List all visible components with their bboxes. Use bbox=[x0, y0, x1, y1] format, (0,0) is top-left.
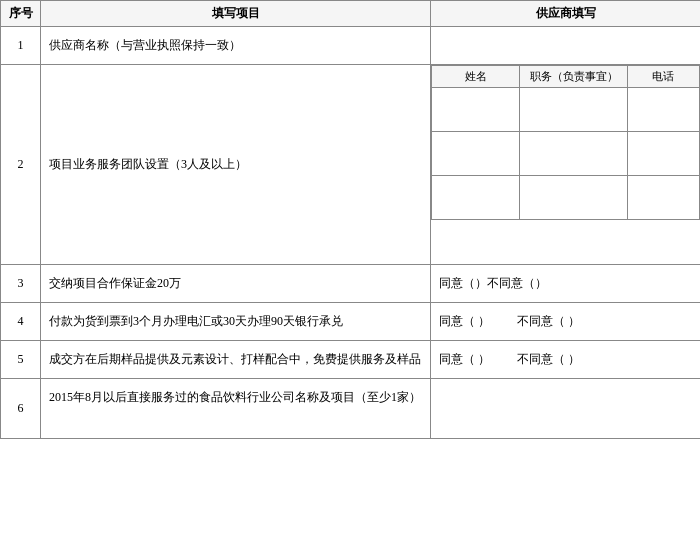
table-row: 6 2015年8月以后直接服务过的食品饮料行业公司名称及项目（至少1家） bbox=[1, 379, 701, 439]
row-6-item: 2015年8月以后直接服务过的食品饮料行业公司名称及项目（至少1家） bbox=[41, 379, 431, 439]
row-4-agree-text: 同意（ ） 不同意（ ） bbox=[439, 314, 580, 328]
row-2-seq: 2 bbox=[1, 65, 41, 265]
inner-cell bbox=[520, 176, 627, 220]
table-row: 3 交纳项目合作保证金20万 同意（）不同意（） bbox=[1, 265, 701, 303]
table-row: 4 付款为货到票到3个月办理电汇或30天办理90天银行承兑 同意（ ） 不同意（… bbox=[1, 303, 701, 341]
row-3-seq: 3 bbox=[1, 265, 41, 303]
row-2-item: 项目业务服务团队设置（3人及以上） bbox=[41, 65, 431, 265]
row-4-supplier: 同意（ ） 不同意（ ） bbox=[431, 303, 701, 341]
inner-data-row bbox=[432, 132, 700, 176]
row-3-item: 交纳项目合作保证金20万 bbox=[41, 265, 431, 303]
row-6-supplier bbox=[431, 379, 701, 439]
inner-data-row bbox=[432, 176, 700, 220]
header-item: 填写项目 bbox=[41, 1, 431, 27]
inner-cell bbox=[520, 88, 627, 132]
row-6-seq: 6 bbox=[1, 379, 41, 439]
inner-cell bbox=[627, 132, 699, 176]
table-header-row: 序号 填写项目 供应商填写 bbox=[1, 1, 701, 27]
inner-header-role: 职务（负责事宜） bbox=[520, 66, 627, 88]
row-1-item: 供应商名称（与营业执照保持一致） bbox=[41, 27, 431, 65]
row-5-item: 成交方在后期样品提供及元素设计、打样配合中，免费提供服务及样品 bbox=[41, 341, 431, 379]
main-table: 序号 填写项目 供应商填写 1 供应商名称（与营业执照保持一致） 2 项目业务服… bbox=[0, 0, 700, 439]
row-2-supplier: 姓名 职务（负责事宜） 电话 bbox=[431, 65, 701, 265]
table-row: 2 项目业务服务团队设置（3人及以上） 姓名 职务（负责事宜） 电话 bbox=[1, 65, 701, 265]
header-supplier: 供应商填写 bbox=[431, 1, 701, 27]
inner-header-name: 姓名 bbox=[432, 66, 520, 88]
inner-data-row bbox=[432, 88, 700, 132]
main-table-container: 序号 填写项目 供应商填写 1 供应商名称（与营业执照保持一致） 2 项目业务服… bbox=[0, 0, 700, 439]
row-1-seq: 1 bbox=[1, 27, 41, 65]
row-3-supplier: 同意（）不同意（） bbox=[431, 265, 701, 303]
inner-cell bbox=[432, 176, 520, 220]
row-1-supplier bbox=[431, 27, 701, 65]
table-row: 1 供应商名称（与营业执照保持一致） bbox=[1, 27, 701, 65]
row-5-supplier: 同意（ ） 不同意（ ） bbox=[431, 341, 701, 379]
inner-cell bbox=[627, 176, 699, 220]
row-4-seq: 4 bbox=[1, 303, 41, 341]
table-row: 5 成交方在后期样品提供及元素设计、打样配合中，免费提供服务及样品 同意（ ） … bbox=[1, 341, 701, 379]
inner-cell bbox=[432, 132, 520, 176]
row-5-seq: 5 bbox=[1, 341, 41, 379]
inner-cell bbox=[627, 88, 699, 132]
inner-header-phone: 电话 bbox=[627, 66, 699, 88]
inner-cell bbox=[520, 132, 627, 176]
header-seq: 序号 bbox=[1, 1, 41, 27]
row-4-item: 付款为货到票到3个月办理电汇或30天办理90天银行承兑 bbox=[41, 303, 431, 341]
inner-cell bbox=[432, 88, 520, 132]
inner-team-table: 姓名 职务（负责事宜） 电话 bbox=[431, 65, 700, 220]
row-5-agree-text: 同意（ ） 不同意（ ） bbox=[439, 352, 580, 366]
inner-header-row: 姓名 职务（负责事宜） 电话 bbox=[432, 66, 700, 88]
